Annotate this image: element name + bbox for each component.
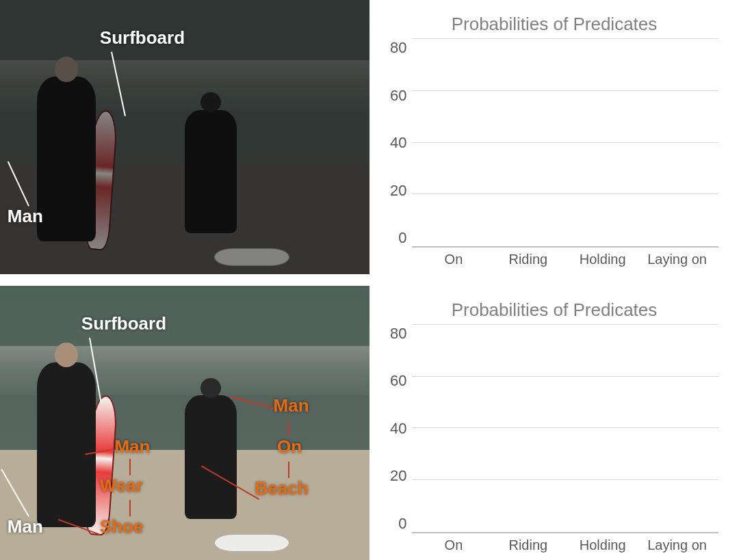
grid-1 xyxy=(412,325,718,533)
plot-0: On Riding Holding Laying on xyxy=(412,39,718,267)
xlabel: On xyxy=(416,252,491,267)
bars-1 xyxy=(412,325,718,532)
ytick: 20 xyxy=(390,182,406,200)
xlabel: On xyxy=(416,537,491,553)
ytick: 20 xyxy=(390,467,406,485)
x-axis-1: On Riding Holding Laying on xyxy=(412,533,718,553)
triplet-connector-right-2 xyxy=(288,462,289,478)
x-axis-0: On Riding Holding Laying on xyxy=(412,248,718,267)
xlabel: Holding xyxy=(565,252,640,267)
label-orange-shoe: Shoe xyxy=(100,516,144,537)
y-axis-1: 80 60 40 20 0 xyxy=(390,325,412,553)
scene-bottom xyxy=(0,286,370,560)
xlabel: Laying on xyxy=(640,252,714,267)
xlabel: Holding xyxy=(565,537,640,553)
grid-0 xyxy=(412,39,718,248)
triplet-connector-left-2 xyxy=(129,500,131,516)
ytick: 40 xyxy=(390,420,406,438)
plot-1: On Riding Holding Laying on xyxy=(412,325,718,553)
label-surfboard-top: Surfboard xyxy=(100,27,185,49)
figure: Surfboard Man Probabilities of Predicate… xyxy=(0,0,739,560)
chart-title-1: Probabilities of Predicates xyxy=(390,299,718,321)
ytick: 40 xyxy=(390,134,406,152)
row-top: Surfboard Man Probabilities of Predicate… xyxy=(0,0,739,274)
label-orange-man-right: Man xyxy=(274,395,309,416)
ytick: 60 xyxy=(390,87,406,105)
label-orange-beach: Beach xyxy=(255,478,309,499)
chart-area-1: 80 60 40 20 0 xyxy=(390,325,718,553)
ytick: 0 xyxy=(398,229,406,247)
ytick: 80 xyxy=(390,39,406,57)
bars-0 xyxy=(412,39,718,246)
label-orange-man-left: Man xyxy=(114,436,150,457)
xlabel: Riding xyxy=(491,252,565,267)
ytick: 0 xyxy=(398,515,406,533)
label-man-bottom-white: Man xyxy=(8,516,43,537)
chart-panel-0: Probabilities of Predicates 80 60 40 20 … xyxy=(370,0,739,274)
image-panel-top: Surfboard Man xyxy=(0,0,370,274)
row-bottom: Surfboard Man Man Wear Shoe Man On Beach… xyxy=(0,286,739,560)
label-orange-on: On xyxy=(277,436,302,457)
ytick: 80 xyxy=(390,325,406,343)
label-man-top: Man xyxy=(8,206,43,227)
chart-title-0: Probabilities of Predicates xyxy=(390,14,718,35)
triplet-connector-right-1 xyxy=(288,420,289,436)
y-axis-0: 80 60 40 20 0 xyxy=(390,39,412,267)
ytick: 60 xyxy=(390,372,406,390)
image-panel-bottom: Surfboard Man Man Wear Shoe Man On Beach xyxy=(0,286,370,560)
xlabel: Laying on xyxy=(640,537,714,553)
chart-panel-1: Probabilities of Predicates 80 60 40 20 … xyxy=(370,286,739,560)
chart-area-0: 80 60 40 20 0 xyxy=(390,39,718,267)
label-surfboard-bottom: Surfboard xyxy=(81,313,166,334)
label-orange-wear: Wear xyxy=(100,475,143,496)
xlabel: Riding xyxy=(491,537,565,553)
triplet-connector-left-1 xyxy=(129,459,131,475)
